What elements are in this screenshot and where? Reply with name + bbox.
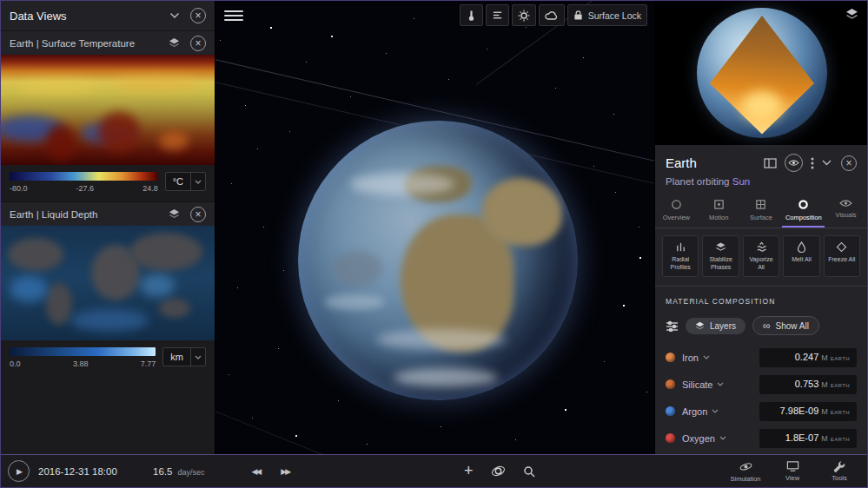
layers-icon[interactable] bbox=[169, 208, 180, 220]
viewport-toolbar: Surface Lock bbox=[460, 4, 647, 26]
data-views-title: Data Views bbox=[10, 10, 169, 23]
cloud-band bbox=[324, 294, 385, 310]
planet-subtitle: Planet orbiting Sun bbox=[655, 174, 867, 194]
tab-visuals[interactable]: Visuals bbox=[825, 194, 867, 228]
material-name: Iron bbox=[682, 353, 699, 363]
cloud-band bbox=[376, 329, 507, 350]
liquid-depth-map[interactable] bbox=[1, 226, 215, 340]
map-warm-blob bbox=[159, 131, 189, 150]
argon-swatch-icon bbox=[666, 406, 675, 416]
map-hot-blob bbox=[98, 112, 140, 152]
show-all-label: Show All bbox=[776, 321, 809, 331]
liquid-depth-legend: 0.0 3.88 7.77 km bbox=[1, 340, 215, 377]
silicate-swatch-icon bbox=[666, 379, 675, 389]
tab-composition[interactable]: Composition bbox=[782, 194, 825, 228]
material-value-field[interactable]: 0.247 M EARTH bbox=[759, 348, 857, 367]
add-object-button[interactable]: + bbox=[464, 462, 474, 480]
material-value-field[interactable]: 7.98E-09 M EARTH bbox=[759, 402, 857, 421]
close-liquid-depth-button[interactable]: × bbox=[190, 207, 206, 222]
material-row-oxygen: Oxygen 1.8E-07 M EARTH bbox=[655, 425, 867, 452]
parent-body-link[interactable]: Sun bbox=[732, 176, 750, 187]
melt-all-button[interactable]: Melt All bbox=[783, 235, 819, 277]
subtitle-text: Planet orbiting bbox=[666, 176, 732, 187]
action-label: Freeze All bbox=[828, 256, 855, 264]
show-all-button[interactable]: ∞ Show All bbox=[752, 316, 819, 335]
composition-controls: Layers ∞ Show All bbox=[655, 311, 867, 344]
surface-temperature-map[interactable] bbox=[1, 55, 215, 165]
earth-cutaway-preview[interactable] bbox=[655, 1, 867, 145]
liquid-depth-header: Earth | Liquid Depth × bbox=[1, 201, 215, 226]
infinity-icon: ∞ bbox=[763, 320, 771, 331]
search-icon[interactable] bbox=[523, 465, 535, 478]
kebab-menu-icon[interactable] bbox=[811, 157, 814, 169]
close-surface-temperature-button[interactable]: × bbox=[190, 36, 206, 51]
iron-swatch-icon bbox=[666, 353, 675, 362]
temperature-gradient-bar bbox=[10, 172, 158, 181]
tab-overview[interactable]: Overview bbox=[655, 194, 698, 228]
material-value-field[interactable]: 0.753 M EARTH bbox=[759, 375, 857, 394]
cloud-icon bbox=[545, 10, 559, 21]
visibility-eye-icon[interactable] bbox=[785, 154, 803, 172]
panel-layout-icon[interactable] bbox=[764, 158, 777, 168]
earth-planet[interactable] bbox=[298, 121, 578, 400]
tab-label: Visuals bbox=[836, 211, 857, 219]
map-band-blob bbox=[18, 79, 96, 95]
layers-filter-label: Layers bbox=[710, 321, 736, 331]
stabilize-phases-button[interactable]: Stabilize Phases bbox=[702, 235, 739, 277]
layers-icon[interactable] bbox=[169, 37, 180, 49]
vaporize-all-button[interactable]: Vaporize All bbox=[743, 235, 779, 277]
simulation-datetime[interactable]: 2016-12-31 18:00 bbox=[38, 466, 141, 477]
tool-label: View bbox=[785, 474, 799, 482]
surface-lock-label: Surface Lock bbox=[588, 10, 641, 21]
freeze-all-button[interactable]: Freeze All bbox=[824, 235, 860, 277]
material-name-button[interactable]: Iron bbox=[682, 353, 710, 363]
tools-menu-button[interactable]: Tools bbox=[818, 460, 860, 483]
oxygen-swatch-icon bbox=[666, 433, 675, 443]
filter-sliders-icon[interactable] bbox=[666, 320, 679, 332]
surface-lock-button[interactable]: Surface Lock bbox=[567, 4, 647, 26]
material-row-argon: Argon 7.98E-09 M EARTH bbox=[655, 398, 867, 425]
material-name: Oxygen bbox=[682, 433, 715, 444]
unit-value: km bbox=[163, 348, 190, 366]
unit-sub: EARTH bbox=[831, 410, 850, 415]
close-data-views-button[interactable]: × bbox=[190, 8, 206, 23]
temperature-view-button[interactable] bbox=[460, 4, 483, 26]
temperature-unit-dropdown[interactable]: °C bbox=[165, 172, 206, 191]
sliders-icon bbox=[492, 10, 503, 21]
close-planet-panel-button[interactable]: × bbox=[841, 155, 857, 171]
menu-hamburger-button[interactable] bbox=[224, 7, 243, 24]
speed-step-buttons: ◀◀ ▶▶ bbox=[246, 464, 295, 479]
unit-sub: EARTH bbox=[831, 383, 850, 388]
view-menu-button[interactable]: View bbox=[772, 460, 813, 483]
planet-tabs: Overview Motion Surface Composition Visu… bbox=[655, 194, 867, 228]
material-name-button[interactable]: Silicate bbox=[682, 379, 724, 390]
clouds-button[interactable] bbox=[539, 4, 565, 26]
depth-unit-dropdown[interactable]: km bbox=[162, 347, 206, 366]
material-name-button[interactable]: Oxygen bbox=[682, 433, 726, 444]
simulation-speed-unit[interactable]: day/sec bbox=[177, 468, 204, 477]
surface-temperature-header: Earth | Surface Temperature × bbox=[1, 30, 215, 55]
focus-orbit-icon[interactable] bbox=[491, 464, 506, 478]
simulation-menu-button[interactable]: Simulation bbox=[725, 460, 766, 483]
slow-down-button[interactable]: ◀◀ bbox=[246, 464, 265, 479]
legend-max: 7.77 bbox=[141, 359, 156, 368]
space-viewport[interactable]: Surface Lock bbox=[215, 1, 655, 454]
unit-sub: EARTH bbox=[831, 437, 850, 442]
liquid-depth-title: Earth | Liquid Depth bbox=[10, 209, 160, 220]
collapse-chevron-icon[interactable] bbox=[822, 160, 832, 166]
data-overlays-button[interactable] bbox=[486, 4, 509, 26]
speed-up-button[interactable]: ▶▶ bbox=[275, 464, 295, 479]
effects-button[interactable] bbox=[512, 4, 536, 26]
tab-surface[interactable]: Surface bbox=[740, 194, 783, 228]
layers-icon[interactable] bbox=[845, 8, 858, 21]
material-name-button[interactable]: Argon bbox=[682, 406, 719, 417]
play-button[interactable]: ▶ bbox=[8, 460, 30, 482]
layers-filter-button[interactable]: Layers bbox=[686, 318, 745, 334]
bottom-right-tools: Simulation View Tools bbox=[725, 460, 860, 483]
chevron-down-icon[interactable] bbox=[169, 12, 180, 19]
radial-profiles-button[interactable]: Radial Profiles bbox=[662, 235, 699, 277]
material-value-field[interactable]: 1.8E-07 M EARTH bbox=[759, 429, 857, 448]
map-band-blob bbox=[114, 76, 201, 91]
simulation-speed-value[interactable]: 16.5 bbox=[153, 466, 172, 477]
tab-motion[interactable]: Motion bbox=[698, 194, 740, 228]
